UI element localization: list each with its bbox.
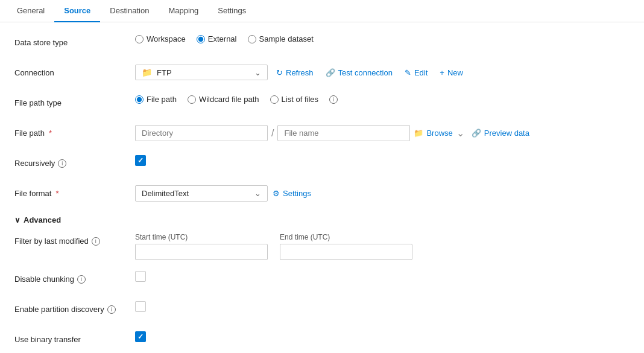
recursively-control: [135, 155, 146, 166]
disable-chunking-control: [135, 271, 146, 282]
recursively-label: Recursively i: [14, 155, 135, 168]
browse-dropdown-arrow[interactable]: ⌄: [456, 127, 464, 139]
file-format-label: File format*: [14, 185, 135, 198]
radio-listfiles-label: List of files: [282, 95, 318, 104]
preview-data-button[interactable]: 🔗 Preview data: [468, 126, 533, 140]
recursively-row: Recursively i: [14, 155, 630, 174]
refresh-icon: ↻: [276, 68, 283, 77]
end-time-col: End time (UTC): [280, 233, 412, 260]
browse-icon: 📁: [414, 129, 423, 138]
enable-partition-checkbox[interactable]: [135, 301, 146, 312]
edit-icon: ✎: [405, 68, 411, 77]
refresh-button[interactable]: ↻ Refresh: [273, 66, 317, 80]
radio-external-input[interactable]: [197, 35, 205, 43]
connection-row: Connection 📁 FTP ↻ Refresh 🔗 Test connec…: [14, 65, 630, 84]
radio-wildcard-input[interactable]: [188, 95, 196, 104]
ftp-icon: 📁: [142, 68, 152, 77]
end-time-input[interactable]: [280, 244, 412, 260]
refresh-label: Refresh: [286, 68, 314, 77]
file-path-control: / 📁 Browse ⌄ 🔗 Preview data: [135, 125, 533, 141]
connection-dropdown-arrow: [254, 68, 261, 77]
path-separator: /: [271, 128, 274, 139]
file-format-value: DelimitedText: [142, 189, 189, 198]
radio-listfiles-input[interactable]: [270, 95, 279, 104]
new-connection-button[interactable]: + New: [436, 66, 467, 80]
radio-filepath[interactable]: File path: [135, 95, 177, 104]
start-time-input[interactable]: [135, 244, 268, 260]
binary-transfer-row: Use binary transfer: [14, 331, 630, 351]
tab-mapping[interactable]: Mapping: [159, 0, 208, 22]
tab-source[interactable]: Source: [54, 0, 100, 22]
connection-label: Connection: [14, 65, 135, 77]
data-store-type-control: Workspace External Sample dataset: [135, 34, 314, 43]
radio-sample-input[interactable]: [248, 35, 256, 43]
test-connection-icon: 🔗: [326, 68, 335, 77]
browse-label: Browse: [426, 129, 452, 138]
settings-link[interactable]: ⚙ Settings: [273, 189, 311, 198]
file-path-type-control: File path Wildcard file path List of fil…: [135, 95, 338, 104]
data-store-type-radio-group: Workspace External Sample dataset: [135, 34, 314, 43]
binary-transfer-checkbox[interactable]: [135, 331, 146, 342]
radio-filepath-input[interactable]: [135, 95, 144, 104]
tab-settings[interactable]: Settings: [208, 0, 256, 22]
preview-label: Preview data: [484, 129, 529, 138]
settings-label: Settings: [283, 189, 311, 198]
test-connection-label: Test connection: [338, 68, 393, 77]
filter-info-icon[interactable]: i: [92, 237, 100, 246]
file-format-dropdown[interactable]: DelimitedText: [135, 185, 268, 202]
enable-partition-row: Enable partition discovery i: [14, 301, 630, 320]
disable-chunking-label: Disable chunking i: [14, 271, 135, 284]
tab-destination[interactable]: Destination: [100, 0, 159, 22]
radio-workspace-label: Workspace: [147, 34, 186, 43]
disable-chunking-row: Disable chunking i: [14, 271, 630, 290]
connection-control: 📁 FTP ↻ Refresh 🔗 Test connection ✎ Edit…: [135, 65, 467, 80]
radio-filepath-label: File path: [147, 95, 177, 104]
edit-label: Edit: [414, 68, 428, 77]
preview-icon: 🔗: [472, 129, 481, 138]
enable-partition-info-icon[interactable]: i: [107, 305, 116, 314]
chevron-down-icon: ∨: [14, 215, 21, 224]
file-path-row: File path* / 📁 Browse ⌄ 🔗 Preview data: [14, 125, 630, 144]
file-format-control: DelimitedText ⚙ Settings: [135, 185, 311, 202]
file-path-inputs: / 📁 Browse ⌄ 🔗 Preview data: [135, 125, 533, 141]
file-path-label: File path*: [14, 125, 135, 138]
radio-external[interactable]: External: [197, 34, 237, 43]
filename-input[interactable]: [277, 125, 410, 141]
file-path-type-radio-group: File path Wildcard file path List of fil…: [135, 95, 338, 104]
radio-workspace-input[interactable]: [135, 35, 144, 43]
recursively-checkbox[interactable]: [135, 155, 146, 166]
recursively-info-icon[interactable]: i: [58, 159, 66, 168]
file-format-required: *: [55, 189, 58, 198]
radio-sample-dataset[interactable]: Sample dataset: [248, 34, 314, 43]
settings-icon: ⚙: [273, 189, 280, 198]
disable-chunking-checkbox[interactable]: [135, 271, 146, 282]
file-path-type-row: File path type File path Wildcard file p…: [14, 95, 630, 114]
disable-chunking-info-icon[interactable]: i: [77, 275, 86, 284]
start-time-label: Start time (UTC): [135, 233, 268, 241]
data-store-type-label: Data store type: [14, 34, 135, 47]
radio-wildcard[interactable]: Wildcard file path: [188, 95, 259, 104]
advanced-toggle[interactable]: ∨ Advanced: [14, 215, 630, 224]
end-time-label: End time (UTC): [280, 233, 412, 241]
tab-bar: General Source Destination Mapping Setti…: [0, 0, 644, 22]
test-connection-button[interactable]: 🔗 Test connection: [322, 66, 396, 80]
radio-listfiles[interactable]: List of files: [270, 95, 318, 104]
filter-last-modified-row: Filter by last modified i Start time (UT…: [14, 233, 630, 260]
connection-value: FTP: [157, 68, 172, 77]
plus-icon: +: [440, 68, 444, 77]
file-path-required: *: [49, 129, 52, 138]
tab-general[interactable]: General: [7, 0, 54, 22]
binary-transfer-control: [135, 331, 146, 342]
radio-workspace[interactable]: Workspace: [135, 34, 186, 43]
start-time-col: Start time (UTC): [135, 233, 268, 260]
data-store-type-row: Data store type Workspace External Sampl…: [14, 34, 630, 54]
browse-button[interactable]: 📁 Browse: [414, 129, 452, 138]
file-format-row: File format* DelimitedText ⚙ Settings: [14, 185, 630, 205]
directory-input[interactable]: [135, 125, 268, 141]
filter-last-modified-label: Filter by last modified i: [14, 233, 135, 246]
connection-dropdown[interactable]: 📁 FTP: [135, 65, 268, 80]
form-content: Data store type Workspace External Sampl…: [0, 22, 644, 353]
edit-button[interactable]: ✎ Edit: [401, 66, 431, 80]
file-path-type-info-icon[interactable]: i: [329, 95, 338, 104]
new-label: New: [447, 68, 463, 77]
